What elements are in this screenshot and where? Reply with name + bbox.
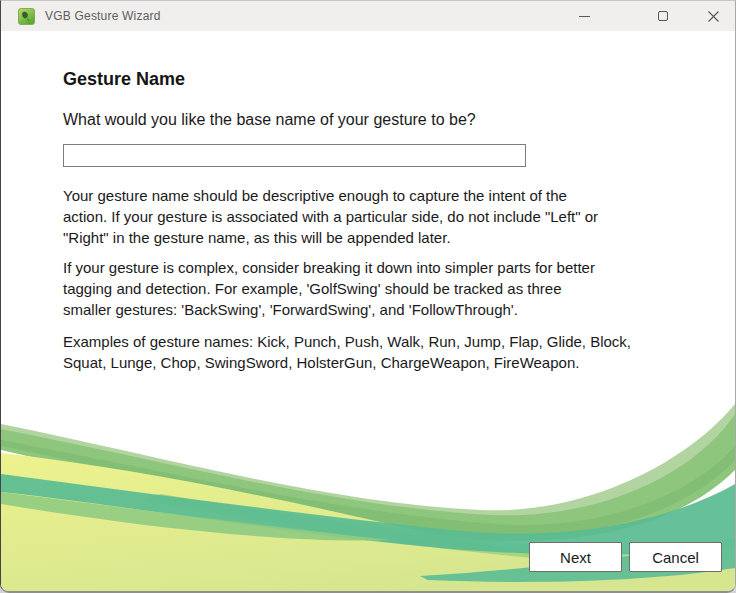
maximize-icon [658,11,668,21]
next-button[interactable]: Next [529,542,622,572]
close-button[interactable] [690,1,736,31]
wave-seam-band [1,440,735,536]
cancel-button[interactable]: Cancel [629,542,722,572]
instructions-paragraph: Examples of gesture names: Kick, Punch, … [63,331,675,373]
close-icon [707,10,720,23]
instructions-paragraph: Your gesture name should be descriptive … [63,185,675,248]
instructions-paragraph: If your gesture is complex, consider bre… [63,257,675,320]
next-button-label: Next [560,549,591,566]
gesture-name-input[interactable] [63,144,526,167]
wave-green-band [1,414,735,541]
page-title: Gesture Name [63,69,185,90]
minimize-button[interactable] [561,1,607,31]
wave-decoration [1,398,735,591]
gesture-name-question: What would you like the base name of you… [63,111,476,129]
wizard-window: VGB Gesture Wizard Gesture Name What wou… [0,0,736,593]
vgb-app-icon [18,8,35,25]
wave-sage-band [1,404,735,529]
maximize-button[interactable] [640,1,686,31]
minimize-icon [579,16,590,17]
wave-teal-band [1,474,735,555]
wave-main-fill [1,453,735,591]
wave-green-small-band [1,492,390,541]
titlebar[interactable]: VGB Gesture Wizard [1,1,735,31]
window-title: VGB Gesture Wizard [45,9,161,23]
cancel-button-label: Cancel [652,549,699,566]
